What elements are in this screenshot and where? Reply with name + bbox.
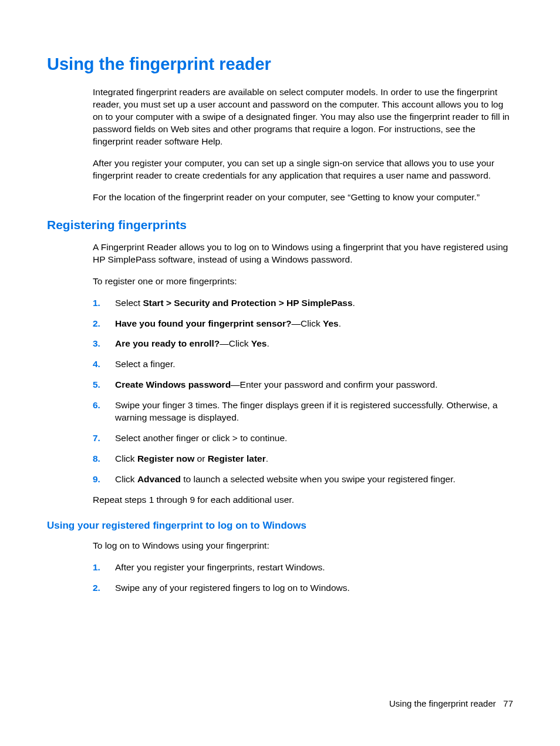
list-item: 1. Select Start > Security and Protectio… (93, 297, 513, 310)
page-title: Using the fingerprint reader (47, 53, 513, 76)
list-item: 7. Select another finger or click > to c… (93, 432, 513, 445)
step-text: Click Register now or Register later. (115, 453, 513, 465)
step-text: Swipe any of your registered fingers to … (115, 582, 513, 594)
step-number: 7. (93, 432, 115, 445)
registering-paragraph-2: To register one or more fingerprints: (93, 275, 513, 288)
step-number: 2. (93, 582, 115, 594)
step-text: After you register your fingerprints, re… (115, 562, 513, 574)
step-number: 2. (93, 318, 115, 330)
list-item: 5. Create Windows password—Enter your pa… (93, 379, 513, 391)
logon-steps-list: 1. After you register your fingerprints,… (93, 562, 513, 594)
list-item: 2. Have you found your fingerprint senso… (93, 318, 513, 330)
page-footer: Using the fingerprint reader 77 (389, 698, 513, 710)
step-text: Select another finger or click > to cont… (115, 432, 513, 445)
step-number: 1. (93, 297, 115, 310)
step-text: Create Windows password—Enter your passw… (115, 379, 513, 391)
list-item: 4. Select a finger. (93, 358, 513, 371)
section-heading-registering: Registering fingerprints (47, 217, 513, 233)
step-number: 1. (93, 562, 115, 574)
step-text: Swipe your finger 3 times. The finger di… (115, 399, 513, 424)
logon-paragraph-1: To log on to Windows using your fingerpr… (93, 540, 513, 552)
footer-section-title: Using the fingerprint reader (389, 698, 496, 708)
list-item: 3. Are you ready to enroll?—Click Yes. (93, 338, 513, 350)
list-item: 6. Swipe your finger 3 times. The finger… (93, 399, 513, 424)
step-text: Have you found your fingerprint sensor?—… (115, 318, 513, 330)
step-text: Select Start > Security and Protection >… (115, 297, 513, 310)
register-steps-list: 1. Select Start > Security and Protectio… (93, 297, 513, 486)
page-number: 77 (503, 698, 513, 708)
step-text: Click Advanced to launch a selected webs… (115, 473, 513, 486)
step-number: 8. (93, 453, 115, 465)
step-number: 6. (93, 399, 115, 424)
list-item: 9. Click Advanced to launch a selected w… (93, 473, 513, 486)
step-number: 5. (93, 379, 115, 391)
registering-paragraph-1: A Fingerprint Reader allows you to log o… (93, 241, 513, 266)
intro-paragraph-3: For the location of the fingerprint read… (93, 191, 513, 204)
registering-paragraph-3: Repeat steps 1 through 9 for each additi… (93, 494, 513, 506)
step-text: Are you ready to enroll?—Click Yes. (115, 338, 513, 350)
step-number: 4. (93, 358, 115, 371)
list-item: 1. After you register your fingerprints,… (93, 562, 513, 574)
step-number: 3. (93, 338, 115, 350)
step-number: 9. (93, 473, 115, 486)
list-item: 8. Click Register now or Register later. (93, 453, 513, 465)
intro-paragraph-1: Integrated fingerprint readers are avail… (93, 86, 513, 148)
subsection-heading-logon: Using your registered fingerprint to log… (47, 519, 513, 533)
list-item: 2. Swipe any of your registered fingers … (93, 582, 513, 594)
intro-paragraph-2: After you register your computer, you ca… (93, 157, 513, 182)
step-text: Select a finger. (115, 358, 513, 371)
